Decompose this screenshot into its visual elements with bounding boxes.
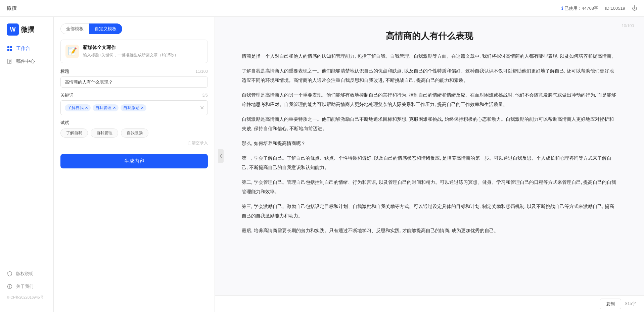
main-layout: W 微撰 工作台 (0, 17, 644, 312)
page-count: 10/100 (622, 23, 634, 28)
title-count: 11/100 (195, 69, 208, 74)
content-para-2: 了解自我是高情商人的重要表现之一。他们能够清楚地认识自己的优点和缺点, 以及自己… (242, 66, 617, 85)
keywords-label-row: 关键词 3/6 (60, 92, 208, 98)
drafts-label: 稿件中心 (16, 58, 35, 64)
keyword-text-1: 了解自我 (67, 105, 84, 111)
template-card-title: 新媒体全文写作 (83, 45, 203, 51)
content-para-7: 第二, 学会管理自己。管理自己包括控制自己的情绪、行为和言语, 以及管理自己的时… (242, 177, 617, 196)
collapse-panel-arrow[interactable] (218, 149, 224, 163)
template-card-desc: 输入标题+关键词，一键准确生成所需文章（约15秒） (83, 52, 203, 58)
about-label: 关于我们 (16, 283, 34, 290)
try-chips: 了解自我 自我管理 自我激励 (60, 128, 208, 138)
keyword-tag-3: 自我激励 ✕ (121, 104, 146, 111)
svg-rect-0 (7, 46, 9, 48)
logo-w-icon: W (7, 23, 19, 36)
keywords-section: 关键词 3/6 了解自我 ✕ 自我管理 ✕ 自我激励 ✕ ✕ (60, 92, 208, 115)
try-clear-btn[interactable]: 白清空录入 (60, 140, 208, 146)
content-para-4: 自我激励是高情商人的重要特质之一。他们能够激励自己不断地追求目标和梦想, 克服困… (242, 114, 617, 133)
keyword-remove-1[interactable]: ✕ (85, 106, 88, 110)
content-para-8: 第三, 学会激励自己。激励自己包括设定目标和计划、自我激励和自我奖励等方式。可以… (242, 202, 617, 220)
content-title: 高情商的人有什么表现 (242, 30, 617, 42)
title-label: 标题 (60, 68, 69, 74)
sidebar-footer: 版权说明 关于我们 ©ICP备2022016945号 (0, 264, 53, 305)
icp-text: ©ICP备2022016945号 (0, 293, 53, 302)
id-text: ID:100519 (605, 6, 625, 11)
content-area: 10/100 高情商的人有什么表现 情商是指一个人对自己和他人的情感的认知和管理… (215, 17, 644, 295)
power-icon[interactable]: ⏻ (632, 5, 637, 11)
info-circle-icon (7, 283, 13, 290)
try-chip-3[interactable]: 自我激励 (121, 128, 148, 138)
topbar-title: 微撰 (7, 5, 17, 11)
keywords-box[interactable]: 了解自我 ✕ 自我管理 ✕ 自我激励 ✕ ✕ (60, 100, 208, 115)
logo-text: 微撰 (21, 25, 34, 34)
topbar-left: 微撰 (7, 5, 17, 11)
svg-rect-2 (7, 49, 9, 51)
tab-all[interactable]: 全部模板 (60, 23, 89, 34)
content-para-5: 那么, 如何培养和提高情商呢？ (242, 139, 617, 148)
keywords-label: 关键词 (60, 92, 74, 98)
sidebar-item-drafts[interactable]: 稿件中心 (0, 55, 53, 68)
sidebar-item-workspace[interactable]: 工作台 (0, 42, 53, 55)
sidebar-nav: 工作台 稿件中心 (0, 42, 53, 260)
generate-button[interactable]: 生成内容 (60, 154, 208, 168)
workspace-label: 工作台 (16, 46, 30, 52)
keyword-text-3: 自我激励 (123, 105, 139, 111)
right-bottom-bar: 复制 815字 (215, 295, 644, 312)
keyword-text-2: 自我管理 (95, 105, 111, 111)
topbar-right: ℹ 已使用：44768字 ID:100519 ⏻ (561, 5, 637, 11)
sidebar: W 微撰 工作台 (0, 17, 54, 312)
try-label: 试试 (60, 120, 208, 126)
file-icon (7, 58, 13, 64)
keyword-tag-1: 了解自我 ✕ (65, 104, 91, 111)
copyright-label: 版权说明 (16, 271, 34, 277)
title-input[interactable] (60, 76, 208, 88)
content-body: 情商是指一个人对自己和他人的情感的认知和管理能力, 包括了解自我、自我管理、自我… (242, 51, 617, 235)
template-tabs: 全部模板 自定义模板 (60, 23, 208, 34)
keyword-tag-2: 自我管理 ✕ (93, 104, 119, 111)
copy-button[interactable]: 复制 (600, 299, 621, 309)
content-para-9: 最后, 培养高情商需要长期的努力和实践。只有通过不断地学习、反思和实践, 才能够… (242, 226, 617, 235)
try-chip-1[interactable]: 了解自我 (60, 128, 88, 138)
content-para-1: 情商是指一个人对自己和他人的情感的认知和管理能力, 包括了解自我、自我管理、自我… (242, 51, 617, 61)
grid-icon (7, 46, 13, 52)
sidebar-item-copyright[interactable]: 版权说明 (0, 267, 53, 280)
template-card[interactable]: 📝 新媒体全文写作 输入标题+关键词，一键准确生成所需文章（约15秒） (60, 40, 208, 63)
keyword-remove-2[interactable]: ✕ (113, 106, 116, 110)
template-card-icon: 📝 (65, 45, 79, 58)
usage-info: ℹ 已使用：44768字 (561, 5, 598, 11)
template-card-content: 新媒体全文写作 输入标题+关键词，一键准确生成所需文章（约15秒） (83, 45, 203, 58)
content-para-3: 自我管理是高情商人的另一个重要表现。他们能够有效地控制自己的言行和行为, 控制自… (242, 90, 617, 109)
keyword-remove-3[interactable]: ✕ (141, 106, 144, 110)
title-label-row: 标题 11/100 (60, 68, 208, 74)
center-panel: 全部模板 自定义模板 📝 新媒体全文写作 输入标题+关键词，一键准确生成所需文章… (54, 17, 215, 312)
keywords-clear-btn[interactable]: ✕ (200, 105, 204, 111)
svg-point-10 (9, 285, 10, 286)
keywords-count: 3/6 (202, 93, 208, 98)
svg-rect-1 (10, 46, 12, 48)
try-section: 试试 了解自我 自我管理 自我激励 白清空录入 (60, 120, 208, 146)
word-count: 815字 (625, 301, 636, 307)
title-section: 标题 11/100 (60, 68, 208, 88)
tab-custom[interactable]: 自定义模板 (89, 23, 122, 34)
shield-icon (7, 271, 13, 277)
svg-rect-3 (10, 49, 12, 51)
usage-text: 已使用：44768字 (564, 5, 598, 11)
logo-area: W 微撰 (0, 23, 53, 42)
sidebar-item-about[interactable]: 关于我们 (0, 280, 53, 293)
try-chip-2[interactable]: 自我管理 (91, 128, 118, 138)
info-icon: ℹ (561, 6, 563, 11)
content-para-6: 第一, 学会了解自己。了解自己的优点、缺点、个性特质和偏好, 以及自己的情感状态… (242, 153, 617, 172)
topbar: 微撰 ℹ 已使用：44768字 ID:100519 ⏻ (0, 0, 644, 17)
right-panel: 10/100 高情商的人有什么表现 情商是指一个人对自己和他人的情感的认知和管理… (215, 17, 644, 312)
